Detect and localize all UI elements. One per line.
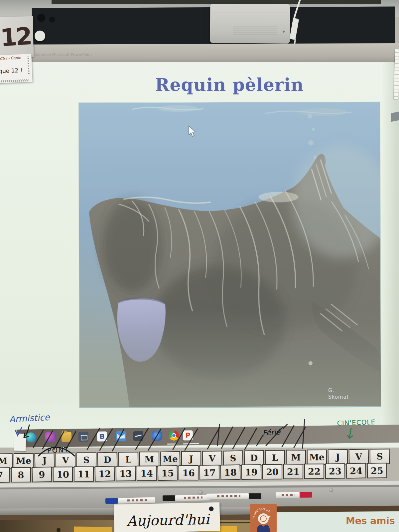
day-letter-card: V [56,453,75,468]
day-number-card: 25 [367,463,387,478]
powerpoint-titlebar-text: onneuse Microsoft PowerPoint [35,53,92,57]
day-number-card: 10 [53,466,73,482]
reading-challenge-card: Le défi lecture [250,504,277,532]
friends-poster-text: Mes amis le [346,515,399,526]
day-number-card: 24 [346,463,366,478]
marker-cap [249,493,261,499]
whiteboard-marker [206,493,261,499]
day-number-card: 9 [32,467,52,482]
day-letter-card: Me [14,453,34,468]
day-letter-card: J [181,451,201,466]
day-letter-card: S [76,453,96,468]
day-letter-card: J [328,449,348,465]
classroom-whiteboard-scene: onneuse Microsoft PowerPoint 12 ECS I - … [0,0,399,532]
aujourdhui-sign: Aujourd'hui [114,502,220,532]
day-number-card: 20 [262,464,282,479]
file-explorer-icon[interactable] [62,432,71,442]
day-number-card: 19 [241,464,262,480]
day-number-card: 23 [325,463,345,479]
edge-icon[interactable] [26,432,36,442]
paper-strip-right-edge [394,49,399,99]
day-number-card: 13 [116,466,136,481]
day-letter-card: V [202,451,222,466]
day-number-card: 11 [74,466,94,482]
day-letter-card: L [118,452,139,467]
onedrive-icon[interactable] [152,431,162,441]
powerpoint-icon[interactable]: P [183,430,193,440]
day-letter-card: S [223,451,243,466]
note-line-top: ECS I - Copie [0,56,21,61]
poster-top-shadow [275,506,399,512]
day-letter-card: V [348,449,369,465]
date-number: 12 [0,22,32,52]
sign-dot [209,506,213,511]
word-icon[interactable]: B [97,431,107,441]
device-cable [285,0,305,50]
photos-icon[interactable] [45,432,55,442]
day-letter-card: M [139,452,159,467]
tray-screw [329,488,333,492]
device-vent-label [233,27,277,35]
powerpoint-running-indicator [183,443,199,445]
marker-cap [105,498,118,504]
note-squiggle [27,57,29,75]
aujourdhui-text: Aujourd'hui [118,511,218,529]
day-number-card: 7 [0,467,10,483]
day-letter-card: M [0,453,13,469]
small-sticky-note [14,433,26,451]
projector-speaker-box [210,4,290,44]
marker-body [276,492,300,498]
store-icon[interactable] [78,432,88,442]
day-letter-card: M [286,450,306,465]
day-number-card: 15 [157,465,178,481]
day-letter-card: D [244,450,264,466]
day-letter-card: Me [307,450,327,465]
note-scribble [0,79,29,82]
device-screw [283,31,285,33]
day-letter-card: J [34,453,55,468]
board-clip [391,111,399,122]
date-number-card: 12 [0,16,34,58]
day-number-card: 14 [137,466,157,481]
day-number-card: 22 [304,464,324,479]
wall-knob [57,528,61,532]
whiteboard-marker [163,495,209,501]
marker-body [118,497,155,503]
marker-cap [300,492,312,498]
day-letter-card: Me [160,451,180,467]
device-seam [213,13,287,13]
day-number-card: 17 [200,465,220,480]
day-number-card: 8 [11,467,31,482]
marker-body [175,495,209,501]
board-magnet [35,31,45,41]
blue-m-logo [257,525,270,532]
friends-poster: Mes amis le [275,511,399,532]
sticky-notes-icon[interactable] [133,431,143,441]
basking-shark-photo: G. Skomal [78,102,381,408]
day-number-card: 12 [94,466,115,481]
taped-note: ECS I - Copie que 12 ! [0,54,33,83]
photo-credit-line1: G. [328,387,334,393]
marker-cap [163,495,175,501]
whiteboard-marker [276,492,312,498]
yellow-shelf-piece [74,527,112,532]
day-number-card: 21 [283,464,303,479]
day-letter-card: L [265,450,285,466]
note-line-main: que 12 ! [0,67,23,74]
day-letter-card: S [370,449,390,464]
mount-knob [37,14,45,22]
slide-title: Requin pèlerin [79,74,380,95]
mount-knob [49,17,55,23]
mail-icon[interactable] [116,431,126,441]
day-number-card: 16 [179,465,199,480]
chrome-icon[interactable] [169,431,179,441]
chrome-running-indicator [167,444,176,445]
photo-credit-line2: Skomal [328,394,348,400]
marker-body [206,493,249,499]
day-number-card: 18 [220,465,240,480]
wall-groove [217,522,250,523]
whiteboard-marker [105,497,155,504]
projection-wash [79,102,381,407]
reading-mascot [258,513,269,524]
day-letter-card: D [97,452,117,467]
